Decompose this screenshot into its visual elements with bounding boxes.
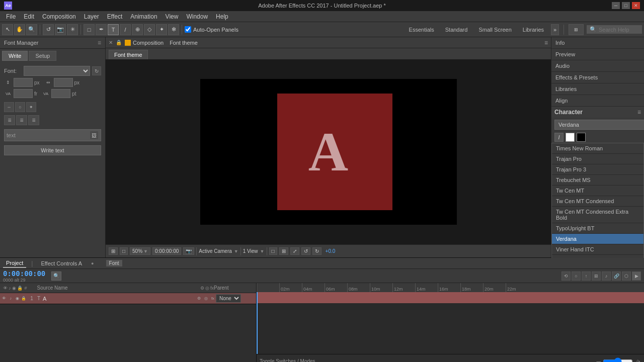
tab-libraries[interactable]: Libraries xyxy=(551,83,644,95)
tracking-input[interactable]: 0 xyxy=(51,89,70,98)
align-left[interactable]: ≡ xyxy=(4,115,15,125)
text-tool[interactable]: T xyxy=(108,24,119,35)
setup-tab[interactable]: Setup xyxy=(29,51,56,61)
font-item-trebuchet[interactable]: Trebuchet MS xyxy=(552,175,643,186)
camera-tool[interactable]: 📷 xyxy=(55,24,66,35)
font-item-tw-cen-mt[interactable]: Tw Cen MT xyxy=(552,186,643,196)
font-item-trajan-pro-3[interactable]: Trajan Pro 3 xyxy=(552,164,643,175)
tl-tool-5[interactable]: ♪ xyxy=(602,272,611,281)
tl-tool-8[interactable]: ▶ xyxy=(632,272,641,281)
rotation-tool[interactable]: ↺ xyxy=(43,24,54,35)
write-tab[interactable]: Write xyxy=(2,51,28,61)
font-item-typoupright[interactable]: TypoUpright BT xyxy=(552,223,643,234)
layer-eye-toggle[interactable]: 👁 xyxy=(1,296,7,302)
layer-switch-3[interactable]: fx xyxy=(210,296,216,302)
clone-tool[interactable]: ⊕ xyxy=(132,24,143,35)
search-input[interactable] xyxy=(599,27,639,33)
tab-effects-presets[interactable]: Effects & Presets xyxy=(551,72,644,83)
comp-tab-font-theme[interactable]: Font theme xyxy=(109,50,148,59)
comp-panel-menu[interactable]: ≡ xyxy=(544,39,548,46)
close-button[interactable]: ✕ xyxy=(632,2,640,9)
camera-dropdown[interactable]: ▼ xyxy=(234,249,238,254)
workspace-libraries[interactable]: Libraries xyxy=(519,26,548,34)
timeline-search-icon[interactable]: 🔍 xyxy=(51,272,61,281)
tab-info[interactable]: Info xyxy=(551,37,644,49)
zoom-slider[interactable] xyxy=(603,357,633,363)
tl-tool-1[interactable]: ⟲ xyxy=(561,272,571,281)
font-item-tw-cen-extra-bold[interactable]: Tw Cen MT Condensed Extra Bold xyxy=(552,207,643,223)
write-text-button[interactable]: Write text xyxy=(4,145,101,155)
effect-controls-tab[interactable]: Effect Controls A xyxy=(38,259,85,267)
layer-audio-toggle[interactable]: ♪ xyxy=(8,296,14,302)
menu-composition[interactable]: Composition xyxy=(38,12,80,21)
zoom-in-icon[interactable]: ⛰ xyxy=(635,358,641,363)
timeline-timecode[interactable]: 0:00:00:00 xyxy=(3,269,45,278)
menu-edit[interactable]: Edit xyxy=(20,12,38,21)
selection-tool[interactable]: ↖ xyxy=(2,24,13,35)
transform-btn-3[interactable]: ✦ xyxy=(26,102,36,112)
roto-tool[interactable]: ✦ xyxy=(156,24,167,35)
tab-audio[interactable]: Audio xyxy=(551,60,644,72)
transform-btn-1[interactable]: ↔ xyxy=(4,102,14,112)
hand-tool[interactable]: ✋ xyxy=(14,24,25,35)
view-dropdown[interactable]: ▼ xyxy=(260,249,265,254)
anchor-tool[interactable]: ✳ xyxy=(67,24,78,35)
minimize-button[interactable]: ─ xyxy=(612,2,620,9)
size-input-1[interactable]: 150 xyxy=(14,78,33,87)
auto-open-panels-checkbox[interactable] xyxy=(185,26,191,33)
workspace-standard[interactable]: Standard xyxy=(441,26,472,34)
size-input-2[interactable]: auto xyxy=(54,78,73,87)
transform-btn-2[interactable]: ○ xyxy=(15,102,25,112)
menu-animation[interactable]: Animation xyxy=(126,12,161,21)
italic-button[interactable]: I xyxy=(554,133,564,142)
kerning-input[interactable]: 0 xyxy=(14,89,33,98)
menu-file[interactable]: File xyxy=(2,12,20,21)
layer-bar-1[interactable] xyxy=(257,292,644,303)
viewer-btn-1[interactable]: □ xyxy=(269,247,277,255)
maximize-button[interactable]: □ xyxy=(622,2,630,9)
comp-close-icon[interactable]: ✕ xyxy=(109,40,113,45)
fill-color-swatch[interactable] xyxy=(566,133,575,142)
font-dropdown[interactable] xyxy=(24,66,90,76)
font-manager-menu[interactable]: ≡ xyxy=(98,39,101,46)
menu-effect[interactable]: Effect xyxy=(103,12,126,21)
font-item-times-new-roman[interactable]: Times New Roman xyxy=(552,143,643,154)
align-right[interactable]: ≡ xyxy=(28,115,39,125)
shape-rect[interactable]: □ xyxy=(84,24,95,35)
reset-view-button[interactable]: ⊞ xyxy=(109,247,118,255)
viewer-btn-4[interactable]: ↺ xyxy=(301,247,310,255)
tl-tool-3[interactable]: ↑ xyxy=(582,272,591,281)
stroke-color-swatch[interactable] xyxy=(577,133,586,142)
character-menu-icon[interactable]: ≡ xyxy=(637,109,641,116)
viewer-btn-5[interactable]: ↻ xyxy=(312,247,321,255)
grid-button[interactable]: □ xyxy=(120,247,128,255)
menu-layer[interactable]: Layer xyxy=(80,12,103,21)
brush-tool[interactable]: / xyxy=(120,24,131,35)
font-item-verdana[interactable]: Verdana xyxy=(552,234,643,244)
text-image-button[interactable]: 🖼 xyxy=(90,131,99,140)
workspace-more[interactable]: » xyxy=(551,24,559,35)
workspace-small-screen[interactable]: Small Screen xyxy=(474,26,515,34)
zoom-tool[interactable]: 🔍 xyxy=(26,24,37,35)
menu-view[interactable]: View xyxy=(162,12,183,21)
tl-tool-6[interactable]: 🔗 xyxy=(612,272,621,281)
align-center[interactable]: ≡ xyxy=(16,115,27,125)
menu-window[interactable]: Window xyxy=(182,12,212,21)
puppet-tool[interactable]: ✻ xyxy=(168,24,179,35)
zoom-dropdown-icon[interactable]: ▼ xyxy=(143,249,148,254)
tl-tool-7[interactable]: ⬡ xyxy=(622,272,631,281)
layer-switch-1[interactable]: ⚙ xyxy=(196,296,202,302)
pen-tool[interactable]: ✒ xyxy=(96,24,107,35)
eraser-tool[interactable]: ◇ xyxy=(144,24,155,35)
refresh-fonts-button[interactable]: ↻ xyxy=(92,66,101,75)
layer-name[interactable]: A xyxy=(42,296,196,302)
font-item-viner-hand[interactable]: Viner Hand ITC xyxy=(552,244,643,255)
toggle-switches-label[interactable]: Toggle Switches / Modes xyxy=(260,358,315,362)
menu-help[interactable]: Help xyxy=(212,12,232,21)
active-camera-select[interactable]: Active Camera xyxy=(199,248,232,254)
camera-icon-btn[interactable]: 📷 xyxy=(183,247,194,255)
layer-switch-2[interactable]: ◎ xyxy=(203,296,209,302)
layer-lock-toggle[interactable]: 🔒 xyxy=(21,296,27,302)
layer-mode-select[interactable]: None xyxy=(216,294,241,303)
layout-options-button[interactable]: ⊞ xyxy=(569,24,584,35)
